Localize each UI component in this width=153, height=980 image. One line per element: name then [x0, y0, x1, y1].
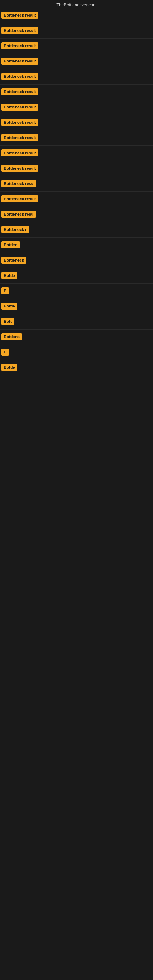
bottleneck-result-badge[interactable]: Bottleneck	[1, 257, 26, 264]
bottleneck-result-badge[interactable]: Bottleneck result	[1, 103, 38, 111]
bottleneck-result-badge[interactable]: Bottle	[1, 302, 18, 310]
list-item: Bottleneck	[0, 254, 153, 268]
bottleneck-result-badge[interactable]: Bottleneck result	[1, 12, 38, 19]
list-item: Bottleneck result	[0, 9, 153, 23]
bottleneck-result-badge[interactable]: Bottleneck result	[1, 57, 38, 65]
list-item: B	[0, 284, 153, 299]
list-item: Bottleneck resu	[0, 177, 153, 192]
list-item: Bottleneck result	[0, 54, 153, 69]
site-title: TheBottlenecker.com	[0, 0, 153, 9]
bottleneck-result-badge[interactable]: Bottleneck r	[1, 226, 29, 233]
list-item: Bottleneck result	[0, 39, 153, 54]
bottleneck-result-badge[interactable]: Bottleneck result	[1, 42, 38, 49]
list-item: Bottleneck result	[0, 85, 153, 100]
bottleneck-result-badge[interactable]: Bottleneck result	[1, 196, 38, 202]
list-item: Bottlen	[0, 238, 153, 253]
bottleneck-result-badge[interactable]: Bottlens	[1, 333, 22, 340]
bottleneck-result-badge[interactable]: Bott	[1, 318, 14, 325]
list-item: Bottleneck result	[0, 24, 153, 38]
bottleneck-result-badge[interactable]: B	[1, 348, 9, 356]
bottleneck-result-badge[interactable]: Bottleneck result	[1, 134, 38, 141]
list-item: Bottleneck result	[0, 116, 153, 130]
list-item: Bottleneck result	[0, 192, 153, 207]
bottleneck-result-badge[interactable]: Bottle	[1, 364, 18, 371]
list-item: Bottle	[0, 299, 153, 314]
list-item: Bottleneck result	[0, 131, 153, 146]
list-item: Bottleneck result	[0, 146, 153, 161]
bottleneck-result-badge[interactable]: Bottleneck result	[1, 150, 38, 156]
list-item: Bottleneck result	[0, 100, 153, 115]
bottleneck-result-badge[interactable]: Bottleneck resu	[1, 211, 36, 218]
list-item: Bottleneck result	[0, 70, 153, 84]
list-item: B	[0, 345, 153, 360]
list-item: Bottleneck r	[0, 223, 153, 238]
bottleneck-result-badge[interactable]: Bottleneck resu	[1, 180, 36, 187]
list-item: Bottleneck resu	[0, 208, 153, 222]
bottleneck-result-badge[interactable]: Bottleneck result	[1, 88, 38, 95]
list-item: Bott	[0, 315, 153, 329]
list-item: Bottleneck result	[0, 162, 153, 177]
bottleneck-result-badge[interactable]: Bottlen	[1, 241, 20, 248]
list-item: Bottle	[0, 361, 153, 375]
list-item: Bottlens	[0, 330, 153, 345]
bottleneck-result-badge[interactable]: Bottleneck result	[1, 165, 38, 172]
bottleneck-result-badge[interactable]: Bottle	[1, 272, 18, 279]
bottleneck-result-badge[interactable]: Bottleneck result	[1, 119, 38, 126]
bottleneck-result-badge[interactable]: B	[1, 287, 9, 294]
bottleneck-result-badge[interactable]: Bottleneck result	[1, 27, 38, 34]
list-item: Bottle	[0, 269, 153, 283]
bottleneck-result-badge[interactable]: Bottleneck result	[1, 73, 38, 80]
